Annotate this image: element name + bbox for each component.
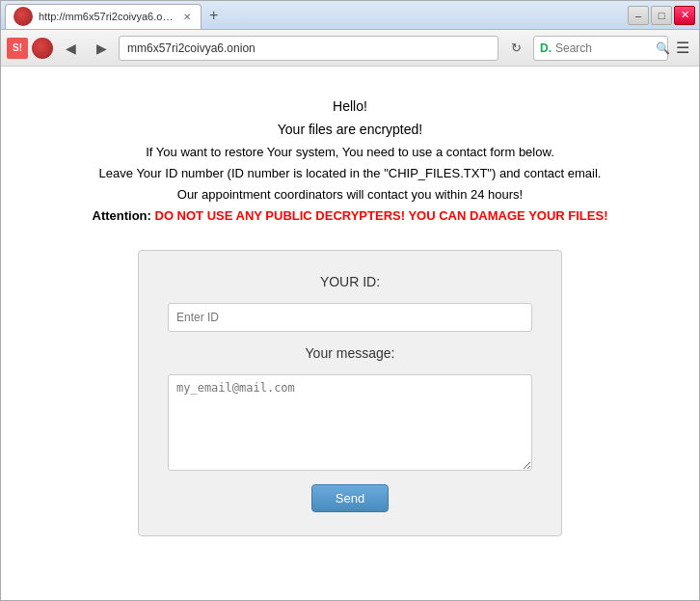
contact-form: YOUR ID: Your message: Send bbox=[138, 250, 562, 536]
nav-bar: S! ◀ ▶ ↻ D. 🔍 ☰ bbox=[1, 30, 699, 67]
search-provider-icon: D. bbox=[540, 41, 552, 55]
id-input[interactable] bbox=[168, 303, 532, 332]
search-input[interactable] bbox=[555, 41, 652, 55]
msg-attention: Attention: DO NOT USE ANY PUBLIC DECRYPT… bbox=[93, 205, 608, 227]
msg-leave-pre: Leave Your ID number (ID number is bbox=[99, 166, 307, 180]
maximize-button[interactable]: □ bbox=[651, 6, 672, 25]
your-id-label: YOUR ID: bbox=[320, 274, 380, 289]
your-message-label: Your message: bbox=[306, 345, 395, 361]
msg-leave-post: in the "CHIP_FILES.TXT") and contact ema… bbox=[346, 166, 601, 180]
address-bar[interactable] bbox=[119, 36, 498, 61]
forward-button[interactable]: ▶ bbox=[88, 35, 115, 62]
attention-text: DO NOT USE ANY PUBLIC DECRYPTERS! YOU CA… bbox=[151, 208, 608, 223]
active-tab[interactable]: http://mm6x57ri2coivya6.onion/ ✕ bbox=[5, 4, 202, 29]
tab-favicon bbox=[13, 7, 33, 26]
attention-label: Attention: bbox=[93, 208, 151, 223]
search-box: D. 🔍 bbox=[533, 36, 668, 61]
message-section: Hello! Your files are encrypted! If You … bbox=[93, 96, 608, 227]
msg-restore: If You want to restore Your system, You … bbox=[93, 142, 608, 163]
window-controls: – □ ✕ bbox=[628, 6, 695, 25]
msg-leave-located: located bbox=[306, 166, 346, 180]
msg-hello: Hello! bbox=[93, 96, 608, 119]
refresh-button[interactable]: ↻ bbox=[502, 35, 529, 62]
add-tab-icon[interactable]: + bbox=[205, 7, 222, 24]
minimize-button[interactable]: – bbox=[628, 6, 649, 25]
back-button[interactable]: ◀ bbox=[57, 35, 84, 62]
nav-favicon bbox=[32, 38, 53, 59]
title-bar: http://mm6x57ri2coivya6.onion/ ✕ + – □ ✕ bbox=[1, 1, 699, 30]
tab-label: http://mm6x57ri2coivya6.onion/ bbox=[39, 11, 174, 22]
msg-encrypted: Your files are encrypted! bbox=[93, 119, 608, 142]
msg-appointment: Our appointment coordinators will contac… bbox=[93, 184, 608, 205]
page-content: Hello! Your files are encrypted! If You … bbox=[1, 67, 699, 600]
menu-button[interactable]: ☰ bbox=[672, 39, 693, 57]
close-button[interactable]: ✕ bbox=[674, 6, 695, 25]
msg-leave: Leave Your ID number (ID number is locat… bbox=[93, 163, 608, 184]
send-button[interactable]: Send bbox=[311, 484, 389, 512]
message-textarea[interactable] bbox=[168, 374, 532, 471]
tab-close-icon[interactable]: ✕ bbox=[183, 12, 191, 22]
browser-window: http://mm6x57ri2coivya6.onion/ ✕ + – □ ✕… bbox=[0, 0, 700, 601]
browser-logo: S! bbox=[7, 38, 28, 59]
search-icon[interactable]: 🔍 bbox=[656, 41, 670, 55]
